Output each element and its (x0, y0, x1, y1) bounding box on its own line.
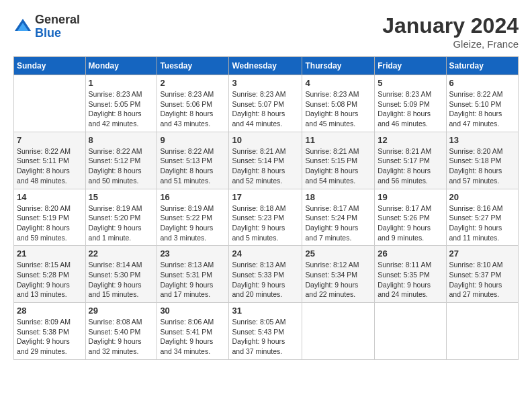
day-number: 11 (305, 135, 371, 145)
day-number: 8 (89, 135, 154, 145)
sunrise-text: Sunrise: 8:22 AM (89, 147, 142, 155)
day-info: Sunrise: 8:19 AMSunset: 5:20 PMDaylight:… (89, 203, 154, 243)
daylight-text: Daylight: 8 hours (378, 109, 431, 118)
day-info: Sunrise: 8:21 AMSunset: 5:15 PMDaylight:… (305, 146, 371, 186)
sunrise-text: Sunrise: 8:14 AM (89, 261, 142, 269)
daylight-text-cont: and 42 minutes. (89, 120, 139, 128)
calendar-cell (446, 303, 518, 360)
day-number: 7 (17, 135, 83, 145)
daylight-text: Daylight: 8 hours (17, 224, 70, 232)
calendar-cell: 8Sunrise: 8:22 AMSunset: 5:12 PMDaylight… (85, 132, 157, 189)
daylight-text-cont: and 43 minutes. (160, 120, 210, 128)
sunrise-text: Sunrise: 8:20 AM (449, 147, 503, 155)
calendar-cell: 11Sunrise: 8:21 AMSunset: 5:15 PMDayligh… (302, 132, 375, 189)
sunrise-text: Sunrise: 8:11 AM (378, 261, 431, 269)
daylight-text: Daylight: 9 hours (160, 281, 213, 289)
sunset-text: Sunset: 5:38 PM (17, 328, 69, 336)
calendar-cell: 23Sunrise: 8:13 AMSunset: 5:31 PMDayligh… (157, 246, 229, 303)
sunset-text: Sunset: 5:37 PM (449, 271, 502, 279)
day-number: 10 (232, 135, 299, 145)
calendar-table: SundayMondayTuesdayWednesdayThursdayFrid… (13, 56, 519, 360)
calendar-cell: 7Sunrise: 8:22 AMSunset: 5:11 PMDaylight… (14, 132, 86, 189)
daylight-text-cont: and 9 minutes. (378, 234, 424, 242)
day-info: Sunrise: 8:12 AMSunset: 5:34 PMDaylight:… (305, 260, 371, 300)
daylight-text-cont: and 47 minutes. (449, 120, 500, 128)
sunset-text: Sunset: 5:13 PM (160, 156, 212, 165)
daylight-text: Daylight: 8 hours (305, 167, 358, 175)
day-number: 15 (89, 192, 154, 202)
day-number: 3 (232, 78, 299, 88)
sunset-text: Sunset: 5:09 PM (378, 100, 430, 108)
daylight-text-cont: and 17 minutes. (160, 290, 210, 298)
daylight-text-cont: and 46 minutes. (378, 120, 428, 128)
calendar-cell (14, 75, 86, 132)
day-info: Sunrise: 8:19 AMSunset: 5:22 PMDaylight:… (160, 203, 226, 243)
sunrise-text: Sunrise: 8:17 AM (305, 204, 359, 212)
calendar-cell: 3Sunrise: 8:23 AMSunset: 5:07 PMDaylight… (229, 75, 302, 132)
daylight-text: Daylight: 9 hours (449, 224, 502, 232)
sunrise-text: Sunrise: 8:06 AM (160, 318, 214, 326)
sunset-text: Sunset: 5:24 PM (305, 214, 357, 222)
title-block: January 2024 Gleize, France (382, 13, 519, 50)
calendar-cell: 22Sunrise: 8:14 AMSunset: 5:30 PMDayligh… (85, 246, 157, 303)
daylight-text: Daylight: 8 hours (449, 167, 502, 175)
daylight-text: Daylight: 8 hours (17, 167, 70, 175)
day-number: 2 (160, 78, 226, 88)
daylight-text: Daylight: 9 hours (449, 281, 502, 289)
calendar-week-row: 1Sunrise: 8:23 AMSunset: 5:05 PMDaylight… (14, 75, 519, 132)
daylight-text: Daylight: 8 hours (160, 109, 213, 118)
daylight-text: Daylight: 8 hours (160, 167, 213, 175)
calendar-cell (375, 303, 446, 360)
day-info: Sunrise: 8:10 AMSunset: 5:37 PMDaylight:… (449, 260, 515, 300)
location-subtitle: Gleize, France (382, 38, 519, 50)
calendar-cell: 10Sunrise: 8:21 AMSunset: 5:14 PMDayligh… (229, 132, 302, 189)
weekday-header: Monday (85, 57, 157, 75)
day-info: Sunrise: 8:17 AMSunset: 5:24 PMDaylight:… (305, 203, 371, 243)
sunrise-text: Sunrise: 8:12 AM (305, 261, 359, 269)
day-number: 25 (305, 248, 371, 259)
daylight-text: Daylight: 9 hours (17, 337, 70, 345)
day-number: 24 (232, 248, 299, 259)
calendar-week-row: 7Sunrise: 8:22 AMSunset: 5:11 PMDaylight… (14, 132, 519, 189)
day-info: Sunrise: 8:20 AMSunset: 5:19 PMDaylight:… (17, 203, 83, 243)
day-info: Sunrise: 8:21 AMSunset: 5:17 PMDaylight:… (378, 146, 443, 186)
day-info: Sunrise: 8:11 AMSunset: 5:35 PMDaylight:… (378, 260, 443, 300)
logo-blue: Blue (35, 27, 80, 40)
sunrise-text: Sunrise: 8:20 AM (17, 204, 71, 212)
sunrise-text: Sunrise: 8:08 AM (89, 318, 142, 326)
day-info: Sunrise: 8:14 AMSunset: 5:30 PMDaylight:… (89, 260, 154, 300)
day-number: 21 (17, 248, 83, 259)
sunset-text: Sunset: 5:18 PM (449, 156, 502, 165)
daylight-text-cont: and 34 minutes. (160, 347, 210, 355)
weekday-header: Tuesday (157, 57, 229, 75)
day-info: Sunrise: 8:08 AMSunset: 5:40 PMDaylight:… (89, 317, 154, 357)
sunset-text: Sunset: 5:34 PM (305, 271, 357, 279)
sunset-text: Sunset: 5:23 PM (232, 214, 284, 222)
daylight-text: Daylight: 9 hours (232, 337, 285, 345)
sunset-text: Sunset: 5:27 PM (449, 214, 502, 222)
sunrise-text: Sunrise: 8:19 AM (89, 204, 142, 212)
daylight-text-cont: and 11 minutes. (449, 234, 500, 242)
sunrise-text: Sunrise: 8:19 AM (160, 204, 214, 212)
sunset-text: Sunset: 5:41 PM (160, 328, 212, 336)
sunset-text: Sunset: 5:15 PM (305, 156, 357, 165)
day-number: 6 (449, 78, 515, 88)
logo-icon (13, 17, 32, 36)
sunset-text: Sunset: 5:06 PM (160, 100, 212, 108)
daylight-text: Daylight: 9 hours (378, 224, 431, 232)
day-info: Sunrise: 8:18 AMSunset: 5:23 PMDaylight:… (232, 203, 299, 243)
sunset-text: Sunset: 5:17 PM (378, 156, 430, 165)
sunset-text: Sunset: 5:28 PM (17, 271, 69, 279)
calendar-cell: 9Sunrise: 8:22 AMSunset: 5:13 PMDaylight… (157, 132, 229, 189)
day-info: Sunrise: 8:22 AMSunset: 5:10 PMDaylight:… (449, 89, 515, 129)
sunset-text: Sunset: 5:26 PM (378, 214, 430, 222)
sunrise-text: Sunrise: 8:17 AM (378, 204, 431, 212)
sunset-text: Sunset: 5:12 PM (89, 156, 141, 165)
daylight-text-cont: and 44 minutes. (232, 120, 282, 128)
day-number: 30 (160, 306, 226, 316)
calendar-cell: 26Sunrise: 8:11 AMSunset: 5:35 PMDayligh… (375, 246, 446, 303)
day-number: 28 (17, 306, 83, 316)
daylight-text: Daylight: 9 hours (305, 224, 358, 232)
sunrise-text: Sunrise: 8:15 AM (17, 261, 71, 269)
day-info: Sunrise: 8:13 AMSunset: 5:31 PMDaylight:… (160, 260, 226, 300)
